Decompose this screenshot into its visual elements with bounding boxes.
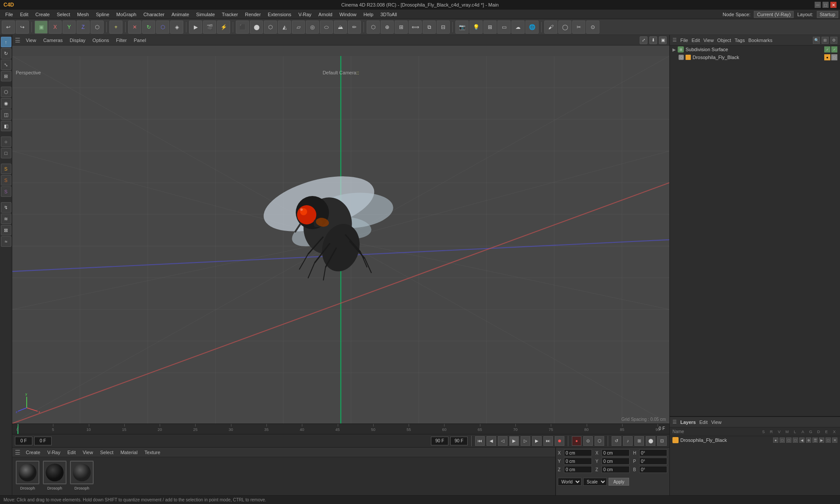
options-btn[interactable]: ⊞ [634, 436, 644, 446]
transform-all[interactable]: ◈ [170, 21, 183, 34]
record-btn[interactable]: ⏺ [555, 436, 564, 446]
mat-menu-select[interactable]: Select [98, 449, 116, 456]
layer-btn-e[interactable]: □ [826, 438, 831, 443]
menu-select[interactable]: Select [53, 11, 74, 18]
cube-tool[interactable]: ⬛ [236, 21, 249, 34]
anim-mode-btn[interactable]: ⊙ [583, 436, 593, 446]
obj-menu-tags[interactable]: Tags [735, 38, 745, 43]
minimize-button[interactable]: ─ [815, 2, 821, 8]
frame-end-input[interactable] [431, 437, 448, 445]
maximize-button[interactable]: □ [822, 2, 829, 8]
obj-menu-bookmarks[interactable]: Bookmarks [748, 38, 772, 43]
autokey-btn[interactable]: ● [572, 436, 581, 446]
plane-tool[interactable]: ▱ [292, 21, 305, 34]
sidebar-wind[interactable]: ≈ [1, 236, 11, 247]
key-all-btn[interactable]: ⬡ [595, 436, 604, 446]
material-item-1[interactable]: Drosoph [16, 461, 39, 490]
obj-menu-view[interactable]: View [704, 38, 714, 43]
floor-btn[interactable]: ▭ [497, 21, 511, 34]
sidebar-point[interactable]: ◉ [1, 98, 11, 108]
sky-btn[interactable]: ☁ [511, 21, 525, 34]
menu-spline[interactable]: Spline [92, 11, 113, 18]
layer-btn-l[interactable]: ◀ [799, 438, 805, 443]
vp-menu-options[interactable]: Options [91, 37, 111, 44]
vp-menu-view[interactable]: View [24, 37, 38, 44]
sidebar-bend[interactable]: ≋ [1, 214, 11, 224]
preview-btn[interactable]: ⬤ [646, 436, 655, 446]
grid-btn[interactable]: ⊞ [483, 21, 497, 34]
fps-input[interactable] [34, 437, 52, 445]
y-pos-input[interactable] [564, 458, 592, 465]
mat-menu-view[interactable]: View [81, 449, 95, 456]
array-btn[interactable]: ⊞ [395, 21, 408, 34]
obj-fly-black[interactable]: ⬡ Drosophila_Fly_Black ● □ [670, 53, 840, 61]
render-anim-btn[interactable]: ⊡ [657, 436, 667, 446]
x-axis-button[interactable]: X [49, 21, 62, 34]
loop-sel[interactable]: ⊙ [586, 21, 599, 34]
obj-menu-edit[interactable]: Edit [692, 38, 700, 43]
scale-select[interactable]: Scale [583, 478, 607, 486]
obj-search-icon[interactable]: 🔍 [813, 37, 820, 44]
camera-btn[interactable]: 📷 [455, 21, 469, 34]
capsule-tool[interactable]: ⬭ [320, 21, 333, 34]
obj-subdivision-surface[interactable]: ▶ ⊞ Subdivision Surface ✓ ✓ [670, 46, 840, 53]
menu-create[interactable]: Create [32, 11, 53, 18]
redo-button[interactable]: ↪ [16, 21, 29, 34]
layer-btn-g[interactable]: ☰ [812, 438, 818, 443]
undo-button[interactable]: ↩ [2, 21, 15, 34]
menu-mesh[interactable]: Mesh [74, 11, 92, 18]
sphere-tool[interactable]: ⬤ [250, 21, 263, 34]
obj-menu-file[interactable]: File [680, 38, 688, 43]
layers-menu-view[interactable]: View [711, 420, 721, 425]
transform-button[interactable]: ⬡ [91, 21, 104, 34]
layer-btn-s[interactable]: ● [773, 438, 778, 443]
menu-file[interactable]: File [2, 11, 17, 18]
menu-help[interactable]: Help [360, 11, 377, 18]
rotate-tool[interactable]: ↻ [142, 21, 155, 34]
cone-tool[interactable]: ◭ [278, 21, 291, 34]
menu-simulate[interactable]: Simulate [192, 11, 218, 18]
render-to-picture[interactable]: 🎬 [203, 21, 216, 34]
obj-check-1[interactable]: ✓ [824, 46, 830, 52]
cylinder-tool[interactable]: ⬡ [264, 21, 277, 34]
model-mode-button[interactable]: ▣ [35, 21, 48, 34]
mat-menu-edit[interactable]: Edit [66, 449, 77, 456]
menu-tracker[interactable]: Tracker [218, 11, 242, 18]
obj-check-2[interactable]: ✓ [831, 46, 837, 52]
vp-render-region[interactable]: ⬇ [649, 36, 657, 44]
loop-btn[interactable]: ↺ [612, 436, 621, 446]
world-select[interactable]: World [558, 478, 581, 486]
menu-animate[interactable]: Animate [168, 11, 192, 18]
render-btn[interactable]: ▶ [189, 21, 202, 34]
mat-menu-material[interactable]: Material [119, 449, 139, 456]
obj-settings-icon[interactable]: ⚙ [830, 37, 837, 44]
frame-start-input[interactable] [15, 437, 32, 445]
spline-pen[interactable]: ✏ [348, 21, 361, 34]
z-scale-input[interactable] [602, 466, 630, 473]
knife-btn[interactable]: ✂ [572, 21, 585, 34]
b-rot-input[interactable] [639, 466, 667, 473]
sidebar-transform[interactable]: ⊞ [1, 71, 11, 81]
fps-end-input[interactable] [450, 437, 468, 445]
landscape-tool[interactable]: ⛰ [334, 21, 347, 34]
goto-end-btn[interactable]: ⏭ [543, 436, 553, 446]
vp-menu-filter[interactable]: Filter [114, 37, 128, 44]
prev-key-btn[interactable]: ◁ [498, 436, 508, 446]
material-item-3[interactable]: Drosoph [70, 461, 94, 490]
mat-menu-create[interactable]: Create [24, 449, 42, 456]
menu-arnold[interactable]: Arnold [315, 11, 336, 18]
obj-menu-icon[interactable]: ☰ [672, 37, 677, 43]
layer-btn-r[interactable]: □ [780, 438, 785, 443]
y-scale-input[interactable] [602, 458, 630, 465]
obj-fly-check-2[interactable]: □ [831, 54, 837, 60]
torus-tool[interactable]: ◎ [306, 21, 319, 34]
cloner-btn[interactable]: ⊟ [437, 21, 450, 34]
play-btn[interactable]: ▶ [509, 436, 519, 446]
p-rot-input[interactable] [639, 458, 667, 465]
env-btn[interactable]: 🌐 [525, 21, 539, 34]
subdivision-btn[interactable]: ⬡ [367, 21, 380, 34]
obj-filter-icon[interactable]: ⊞ [822, 37, 829, 44]
layer-row-1[interactable]: Drosophila_Fly_Black ● □ □ □ ◀ ⊕ ☰ ▶ □ ✕ [670, 436, 840, 444]
goto-start-btn[interactable]: ⏮ [475, 436, 485, 446]
z-pos-input[interactable] [564, 466, 592, 473]
